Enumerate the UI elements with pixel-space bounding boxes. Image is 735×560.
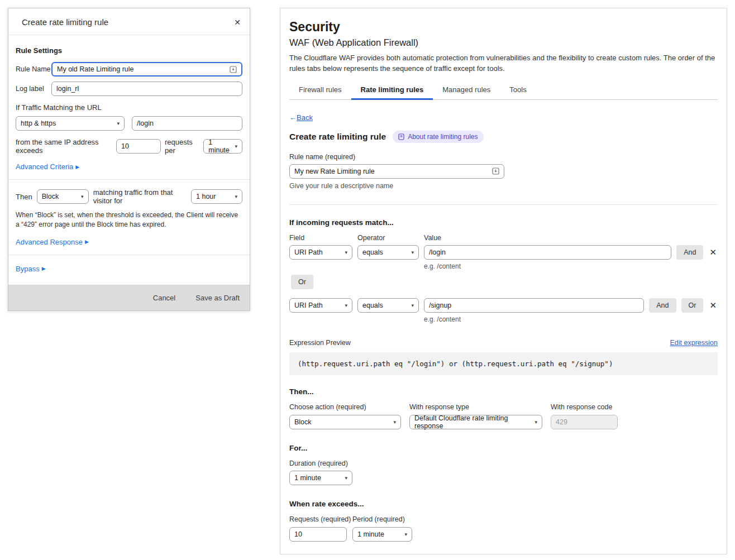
incoming-requests-heading: If incoming requests match... — [289, 218, 718, 227]
tab-managed-rules[interactable]: Managed rules — [433, 82, 500, 99]
autofill-icon[interactable] — [492, 167, 499, 175]
chevron-down-icon: ▾ — [345, 475, 347, 481]
chevron-down-icon: ▾ — [393, 419, 396, 425]
for-heading: For... — [289, 444, 718, 452]
duration-label: Duration (required) — [289, 460, 718, 467]
response-type-label: With response type — [409, 403, 542, 411]
dialog-title: Create rate limiting rule — [22, 17, 108, 27]
edit-expression-link[interactable]: Edit expression — [670, 339, 718, 347]
chevron-down-icon: ▾ — [117, 121, 120, 126]
expression-preview-code: (http.request.uri.path eq "/login") or (… — [289, 352, 718, 375]
condition-row: URI Path ▾ equals ▾ And ✕ — [289, 245, 718, 260]
requests-input[interactable] — [294, 530, 342, 538]
requests-label: Requests (required) — [289, 515, 347, 523]
tab-rate-limiting-rules[interactable]: Rate limiting rules — [351, 82, 433, 99]
caret-right-icon: ▶ — [42, 266, 46, 271]
chevron-down-icon: ▾ — [411, 303, 414, 308]
choose-action-label: Choose action (required) — [289, 403, 401, 411]
choose-action-select[interactable]: Block ▾ — [289, 415, 401, 429]
log-label-field-wrap — [51, 82, 242, 96]
value-field-wrap — [424, 245, 671, 260]
rate-exceeds-heading: When rate exceeds... — [289, 500, 718, 508]
chevron-down-icon: ▾ — [345, 250, 347, 255]
and-button[interactable]: And — [676, 245, 703, 260]
field-select[interactable]: URI Path ▾ — [289, 245, 352, 260]
remove-condition-icon[interactable]: ✕ — [708, 300, 718, 310]
action-select[interactable]: Block ▾ — [37, 189, 89, 204]
operator-column-label: Operator — [357, 234, 419, 242]
period-select[interactable]: 1 minute ▾ — [352, 527, 412, 542]
chevron-down-icon: ▾ — [345, 303, 347, 308]
requests-field-wrap — [289, 527, 347, 542]
duration-select[interactable]: 1 minute ▾ — [289, 471, 352, 485]
operator-select[interactable]: equals ▾ — [357, 245, 419, 260]
close-icon[interactable]: ✕ — [234, 18, 241, 26]
response-code-input — [556, 418, 613, 426]
caret-right-icon: ▶ — [75, 164, 79, 170]
chevron-down-icon: ▾ — [235, 143, 237, 149]
scheme-select[interactable]: http & https ▾ — [16, 116, 125, 131]
advanced-response-link[interactable]: Advanced Response ▶ — [16, 238, 89, 246]
then-middle-text: matching traffic from that visitor for — [93, 188, 187, 205]
rule-name-label: Rule name (required) — [289, 153, 718, 161]
response-type-select[interactable]: Default Cloudflare rate limiting respons… — [409, 415, 542, 429]
tab-tools[interactable]: Tools — [500, 82, 536, 99]
arrow-left-icon: ← — [289, 113, 297, 122]
requests-input[interactable] — [121, 142, 156, 150]
response-code-label: With response code — [551, 403, 618, 411]
then-heading: Then... — [289, 387, 718, 396]
about-rate-limiting-badge[interactable]: About rate limiting rules — [393, 131, 483, 143]
log-label-label: Log label — [16, 85, 51, 93]
chevron-down-icon: ▾ — [404, 532, 407, 537]
save-as-draft-button[interactable]: Save as Draft — [195, 294, 240, 302]
period-select[interactable]: 1 minute ▾ — [203, 139, 242, 154]
create-rate-limiting-rule-dialog: Create rate limiting rule ✕ Rule Setting… — [8, 8, 250, 311]
field-select[interactable]: URI Path ▾ — [289, 298, 352, 313]
rule-settings-heading: Rule Settings — [16, 46, 242, 55]
or-connector-button[interactable]: Or — [291, 275, 313, 289]
expression-preview-label: Expression Preview — [289, 339, 351, 347]
and-button[interactable]: And — [649, 298, 676, 313]
tab-firewall-rules[interactable]: Firewall rules — [289, 82, 351, 99]
rule-name-input[interactable] — [57, 65, 226, 73]
requests-field-wrap — [116, 139, 161, 154]
divider — [8, 179, 250, 180]
page-title: Security — [289, 20, 718, 35]
threshold-prefix-text: from the same IP address exceeds — [16, 138, 112, 155]
traffic-matching-heading: If Traffic Matching the URL — [16, 103, 242, 112]
chevron-down-icon: ▾ — [534, 419, 537, 425]
dialog-header: Create rate limiting rule ✕ — [8, 8, 250, 35]
page-subtitle: WAF (Web Application Firewall) — [289, 37, 718, 48]
block-note-text: When “Block” is set, when the threshold … — [16, 210, 242, 230]
url-input[interactable] — [137, 119, 237, 127]
condition-row: URI Path ▾ equals ▾ And Or ✕ — [289, 298, 718, 313]
response-code-field-wrap — [551, 415, 618, 429]
value-input[interactable] — [429, 248, 666, 256]
autofill-icon[interactable] — [230, 66, 237, 73]
cancel-button[interactable]: Cancel — [153, 294, 175, 302]
field-column-label: Field — [289, 234, 352, 242]
or-button[interactable]: Or — [681, 298, 704, 313]
divider — [8, 255, 250, 255]
advanced-criteria-link[interactable]: Advanced Criteria ▶ — [16, 162, 79, 171]
create-rule-heading: Create rate limiting rule — [289, 132, 386, 142]
caret-right-icon: ▶ — [85, 239, 89, 245]
log-label-input[interactable] — [56, 85, 237, 93]
security-waf-panel: Security WAF (Web Application Firewall) … — [280, 8, 727, 554]
back-link[interactable]: ←Back — [289, 113, 313, 122]
chevron-down-icon: ▾ — [411, 250, 414, 255]
operator-select[interactable]: equals ▾ — [357, 298, 419, 313]
remove-condition-icon[interactable]: ✕ — [708, 247, 718, 257]
value-input[interactable] — [429, 301, 639, 309]
value-column-label: Value — [424, 234, 441, 242]
waf-description: The Cloudflare WAF provides both automat… — [289, 53, 718, 74]
bypass-link[interactable]: Bypass ▶ — [16, 265, 46, 273]
rule-name-helper: Give your rule a descriptive name — [289, 182, 718, 190]
rule-name-input[interactable] — [294, 167, 489, 175]
then-label: Then — [16, 193, 32, 201]
divider — [289, 204, 718, 205]
chevron-down-icon: ▾ — [235, 194, 237, 199]
ban-duration-select[interactable]: 1 hour ▾ — [191, 189, 242, 204]
waf-tabs: Firewall rules Rate limiting rules Manag… — [289, 82, 718, 100]
dialog-body: Rule Settings Rule Name Log label If Tra… — [8, 35, 250, 274]
